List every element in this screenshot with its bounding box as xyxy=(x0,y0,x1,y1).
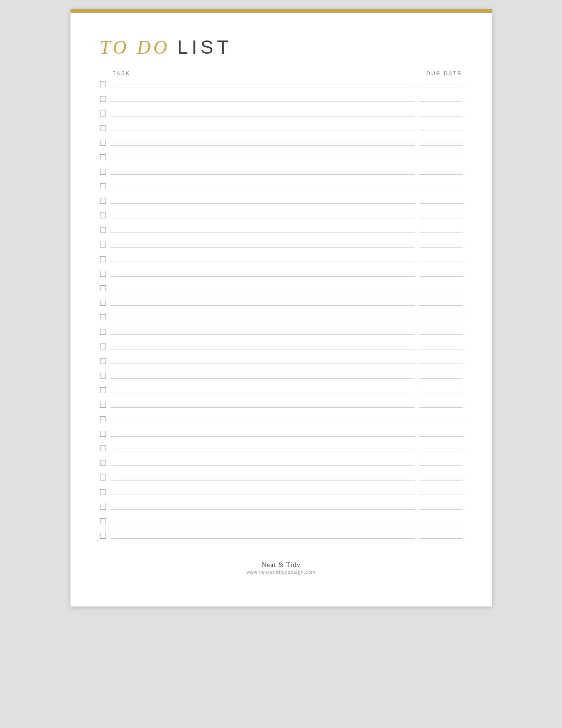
task-line xyxy=(110,189,415,189)
task-line xyxy=(110,538,415,539)
task-line xyxy=(110,276,415,277)
checkbox[interactable] xyxy=(100,125,106,131)
checkbox[interactable] xyxy=(100,416,106,422)
checkbox[interactable] xyxy=(100,169,106,175)
task-row xyxy=(100,475,462,485)
task-line xyxy=(110,174,415,175)
task-row xyxy=(100,373,462,383)
checkbox[interactable] xyxy=(100,504,106,510)
task-row xyxy=(100,111,462,121)
date-line xyxy=(419,364,462,364)
task-line xyxy=(110,451,415,451)
checkbox[interactable] xyxy=(100,314,106,320)
column-due-date-header: DUE DATE xyxy=(427,71,462,76)
date-line xyxy=(419,422,462,422)
task-line xyxy=(110,436,415,437)
task-row xyxy=(100,387,462,397)
task-line xyxy=(110,131,415,131)
checkbox[interactable] xyxy=(100,256,106,262)
checkbox[interactable] xyxy=(100,285,106,291)
title-to-do: TO DO xyxy=(100,37,170,58)
task-line xyxy=(110,305,415,306)
task-line xyxy=(110,480,415,480)
date-line xyxy=(419,203,462,204)
checkbox[interactable] xyxy=(100,460,106,466)
checkbox[interactable] xyxy=(100,431,106,437)
checkbox[interactable] xyxy=(100,111,106,116)
date-line xyxy=(419,538,462,539)
date-line xyxy=(419,465,462,466)
task-line xyxy=(110,101,415,102)
task-line xyxy=(110,349,415,349)
checkbox[interactable] xyxy=(100,96,106,102)
checkbox[interactable] xyxy=(100,81,106,87)
checkbox[interactable] xyxy=(100,329,106,335)
task-row xyxy=(100,300,462,310)
task-row xyxy=(100,96,462,106)
date-line xyxy=(419,87,462,87)
checkbox[interactable] xyxy=(100,300,106,306)
task-line xyxy=(110,509,415,510)
footer-brand: Neat & Tidy xyxy=(100,561,462,569)
task-line xyxy=(110,218,415,218)
footer: Neat & Tidy www.neatandtidydesign.com xyxy=(100,552,462,588)
checkbox[interactable] xyxy=(100,489,106,495)
checkbox[interactable] xyxy=(100,140,106,146)
checkbox[interactable] xyxy=(100,387,106,393)
date-line xyxy=(419,262,462,262)
task-line xyxy=(110,291,415,291)
task-row xyxy=(100,416,462,426)
checkbox[interactable] xyxy=(100,518,106,524)
task-row xyxy=(100,227,462,237)
checkbox[interactable] xyxy=(100,183,106,189)
task-row xyxy=(100,212,462,222)
date-line xyxy=(419,116,462,116)
date-line xyxy=(419,305,462,306)
checkbox[interactable] xyxy=(100,533,106,539)
column-task-header: TASK xyxy=(113,71,131,76)
checkbox[interactable] xyxy=(100,227,106,233)
task-row xyxy=(100,504,462,514)
checkbox[interactable] xyxy=(100,475,106,480)
task-row xyxy=(100,358,462,368)
task-row xyxy=(100,125,462,135)
task-line xyxy=(110,495,415,495)
task-row xyxy=(100,445,462,455)
date-line xyxy=(419,349,462,349)
title-section: TO DO LIST xyxy=(100,38,462,57)
checkbox[interactable] xyxy=(100,198,106,204)
task-row xyxy=(100,329,462,339)
task-list xyxy=(100,81,462,547)
checkbox[interactable] xyxy=(100,271,106,277)
task-line xyxy=(110,393,415,393)
task-line xyxy=(110,407,415,408)
checkbox[interactable] xyxy=(100,445,106,451)
task-line xyxy=(110,145,415,146)
task-line xyxy=(110,116,415,116)
top-bar xyxy=(70,9,492,13)
task-line xyxy=(110,378,415,379)
checkbox[interactable] xyxy=(100,212,106,218)
task-row xyxy=(100,140,462,150)
task-line xyxy=(110,87,415,87)
task-line xyxy=(110,465,415,466)
date-line xyxy=(419,145,462,146)
date-line xyxy=(419,291,462,291)
date-line xyxy=(419,393,462,393)
task-row xyxy=(100,183,462,193)
checkbox[interactable] xyxy=(100,242,106,248)
checkbox[interactable] xyxy=(100,373,106,379)
page-title: TO DO LIST xyxy=(100,38,462,57)
date-line xyxy=(419,174,462,175)
task-line xyxy=(110,320,415,320)
task-row xyxy=(100,533,462,543)
checkbox[interactable] xyxy=(100,344,106,349)
date-line xyxy=(419,509,462,510)
date-line xyxy=(419,218,462,218)
checkbox[interactable] xyxy=(100,402,106,408)
date-line xyxy=(419,320,462,320)
checkbox[interactable] xyxy=(100,358,106,364)
date-line xyxy=(419,189,462,189)
checkbox[interactable] xyxy=(100,154,106,160)
task-row xyxy=(100,402,462,412)
